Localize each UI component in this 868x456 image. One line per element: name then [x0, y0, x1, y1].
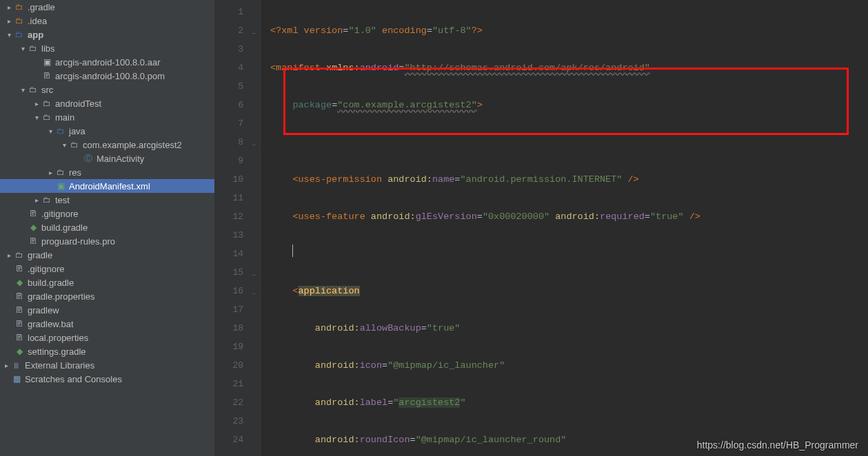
tree-test[interactable]: ▸🗀test — [0, 193, 214, 207]
folder-icon: 🗀 — [14, 1, 25, 12]
tree-label: test — [55, 195, 210, 205]
tree-gradlew-bat[interactable]: 🖹gradlew.bat — [0, 317, 214, 331]
file-icon: 🖹 — [28, 236, 39, 247]
tree-label: build.gradle — [28, 278, 210, 288]
file-icon: 🖹 — [14, 304, 25, 315]
folder-icon: 🗀 — [14, 249, 25, 260]
tree-label: Scratches and Consoles — [25, 374, 210, 384]
module-icon: 🗀 — [14, 29, 25, 40]
tree-local-props[interactable]: 🖹local.properties — [0, 331, 214, 344]
tree-external-libs[interactable]: ▸⫼External Libraries — [0, 358, 214, 372]
chevron-right-icon: ▸ — [46, 169, 55, 176]
code-editor[interactable]: 1234 5678 9101112 13141516 17181920 2122… — [215, 0, 868, 456]
tree-label: arcgis-android-100.8.0.aar — [55, 57, 210, 68]
tree-gradle-props[interactable]: 🖹gradle.properties — [0, 289, 214, 303]
chevron-down-icon: ▾ — [46, 127, 55, 135]
tree-label: libs — [41, 43, 210, 54]
folder-icon: 🗀 — [41, 98, 52, 109]
file-icon: 🖹 — [14, 318, 25, 329]
chevron-down-icon: ▾ — [18, 86, 28, 94]
tree-label: gradlew — [28, 305, 210, 315]
chevron-down-icon: ▾ — [18, 45, 28, 52]
tree-gradle-folder[interactable]: ▸🗀gradle — [0, 248, 214, 262]
archive-icon: ▣ — [41, 56, 52, 68]
tree-label: MainActivity — [97, 154, 210, 164]
tree-res[interactable]: ▸🗀res — [0, 165, 214, 179]
tree-manifest[interactable]: ▣AndroidManifest.xml — [0, 179, 214, 193]
tree-android-test[interactable]: ▸🗀androidTest — [0, 96, 214, 110]
chevron-right-icon: ▸ — [4, 17, 14, 25]
class-icon: Ⓒ — [83, 153, 94, 164]
gradle-icon: ◆ — [14, 277, 25, 288]
folder-icon: 🗀 — [14, 15, 25, 26]
tree-label: androidTest — [55, 99, 210, 109]
line-gutter: 1234 5678 9101112 13141516 17181920 2122… — [215, 0, 261, 456]
tree-label: main — [55, 112, 210, 123]
tree-idea-dir[interactable]: ▸🗀.idea — [0, 14, 214, 28]
tree-label: .idea — [28, 16, 210, 26]
tree-label: com.example.arcgistest2 — [83, 140, 210, 150]
tree-gitignore[interactable]: 🖹.gitignore — [0, 207, 214, 220]
tree-aar[interactable]: ▣arcgis-android-100.8.0.aar — [0, 55, 214, 69]
chevron-right-icon: ▸ — [32, 100, 41, 107]
tree-label: gradle.properties — [28, 291, 210, 302]
tree-label: AndroidManifest.xml — [69, 181, 210, 191]
tree-gradlew[interactable]: 🖹gradlew — [0, 303, 214, 317]
tree-src[interactable]: ▾🗀src — [0, 83, 214, 96]
tree-label: app — [28, 30, 210, 40]
tree-scratches[interactable]: ▦Scratches and Consoles — [0, 372, 214, 386]
tree-proguard[interactable]: 🖹proguard-rules.pro — [0, 234, 214, 248]
tree-package[interactable]: ▾🗀com.example.arcgistest2 — [0, 138, 214, 152]
chevron-down-icon: ▾ — [4, 31, 14, 39]
file-icon: 🖹 — [28, 208, 39, 219]
tree-gradle-dir[interactable]: ▸🗀.gradle — [0, 0, 214, 14]
tree-java[interactable]: ▾🗀java — [0, 124, 214, 138]
tree-build-gradle2[interactable]: ◆build.gradle — [0, 276, 214, 289]
tree-label: .gitignore — [41, 209, 210, 219]
tree-label: res — [69, 167, 210, 178]
package-icon: 🗀 — [69, 139, 80, 150]
editor-content[interactable]: <?xml version="1.0" encoding="utf-8"?> <… — [261, 0, 868, 456]
tree-build-gradle[interactable]: ◆build.gradle — [0, 220, 214, 234]
chevron-right-icon: ▸ — [32, 196, 41, 204]
manifest-icon: ▣ — [55, 180, 66, 191]
gradle-icon: ◆ — [14, 346, 25, 357]
chevron-right-icon: ▸ — [1, 362, 11, 369]
tree-label: arcgis-android-100.8.0.pom — [55, 71, 210, 81]
tree-gitignore2[interactable]: 🖹.gitignore — [0, 262, 214, 276]
folder-icon: 🗀 — [41, 112, 52, 123]
tree-label: src — [41, 85, 210, 95]
tree-label: .gradle — [28, 2, 210, 12]
project-tree[interactable]: ▸🗀.gradle ▸🗀.idea ▾🗀app ▾🗀libs ▣arcgis-a… — [0, 0, 215, 456]
tree-label: settings.gradle — [28, 346, 210, 357]
tree-main[interactable]: ▾🗀main — [0, 110, 214, 124]
chevron-right-icon: ▸ — [4, 251, 14, 259]
folder-icon: 🗀 — [55, 167, 66, 178]
tree-main-activity[interactable]: ⒸMainActivity — [0, 152, 214, 165]
watermark-text: https://blog.csdn.net/HB_Programmer — [697, 439, 858, 450]
tree-pom[interactable]: 🖹arcgis-android-100.8.0.pom — [0, 69, 214, 83]
caret-icon — [292, 245, 293, 257]
tree-label: build.gradle — [41, 222, 210, 233]
file-icon: 🖹 — [14, 263, 25, 274]
tree-label: External Libraries — [25, 360, 210, 371]
tree-label: .gitignore — [28, 264, 210, 274]
folder-icon: 🗀 — [28, 84, 39, 95]
file-icon: 🖹 — [14, 332, 25, 343]
chevron-down-icon: ▾ — [32, 114, 41, 121]
tree-label: local.properties — [28, 333, 210, 343]
tree-app[interactable]: ▾🗀app — [0, 28, 214, 41]
gradle-icon: ◆ — [28, 222, 39, 233]
folder-icon: 🗀 — [28, 43, 39, 54]
folder-icon: 🗀 — [55, 125, 66, 136]
scratch-icon: ▦ — [11, 373, 22, 384]
tree-label: gradlew.bat — [28, 319, 210, 329]
tree-label: gradle — [28, 250, 210, 260]
file-icon: 🖹 — [41, 70, 52, 81]
tree-libs[interactable]: ▾🗀libs — [0, 41, 214, 55]
chevron-right-icon: ▸ — [4, 3, 14, 11]
tree-label: java — [69, 126, 210, 136]
tree-settings-gradle[interactable]: ◆settings.gradle — [0, 344, 214, 358]
chevron-down-icon: ▾ — [59, 141, 69, 149]
library-icon: ⫼ — [11, 360, 22, 371]
